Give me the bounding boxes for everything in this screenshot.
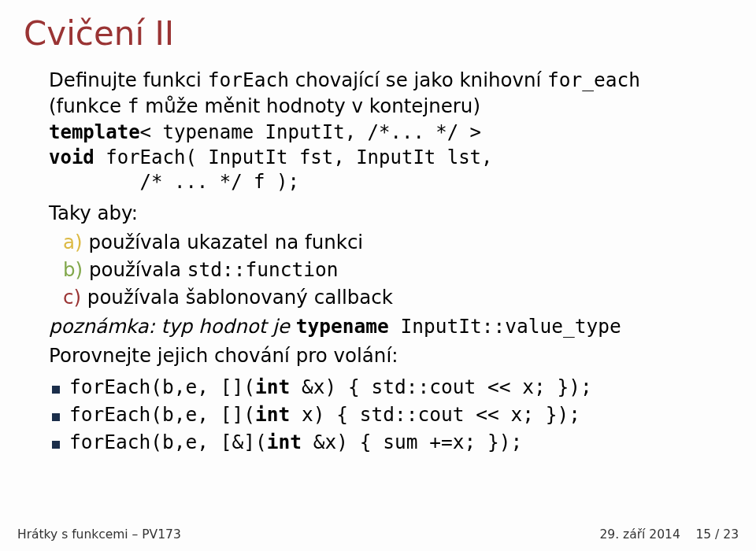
code-signature: template< typename InputIt, /*... */ > v… bbox=[49, 120, 732, 195]
footer-right: 29. září 2014 15 / 23 bbox=[599, 527, 739, 542]
sub-list: a) používala ukazatel na funkci b) použí… bbox=[49, 229, 732, 310]
taky-aby: Taky aby: bbox=[49, 200, 732, 226]
footer-left: Hrátky s funkcemi – PV173 bbox=[17, 527, 181, 542]
bullet-icon bbox=[52, 441, 60, 449]
footer: Hrátky s funkcemi – PV173 29. září 2014 … bbox=[17, 527, 739, 542]
note-line: poznámka: typ hodnot je typename InputIt… bbox=[49, 313, 732, 339]
item-c: c) používala šablonovaný callback bbox=[63, 284, 732, 310]
item-b: b) používala std::function bbox=[63, 257, 732, 283]
bullet-1: forEach(b,e, [](int &x) { std::cout << x… bbox=[52, 374, 732, 400]
bullet-3: forEach(b,e, [&](int &x) { sum +=x; }); bbox=[52, 429, 732, 455]
slide-title: Cvičení II bbox=[24, 14, 732, 53]
item-a: a) používala ukazatel na funkci bbox=[63, 229, 732, 255]
intro-line: Definujte funkci forEach chovající se ja… bbox=[49, 67, 732, 119]
bullet-icon bbox=[52, 386, 60, 394]
slide-body: Definujte funkci forEach chovající se ja… bbox=[24, 67, 732, 455]
bullet-icon bbox=[52, 413, 60, 421]
compare-line: Porovnejte jejich chování pro volání: bbox=[49, 342, 732, 368]
bullet-list: forEach(b,e, [](int &x) { std::cout << x… bbox=[49, 374, 732, 455]
bullet-2: forEach(b,e, [](int x) { std::cout << x;… bbox=[52, 401, 732, 427]
